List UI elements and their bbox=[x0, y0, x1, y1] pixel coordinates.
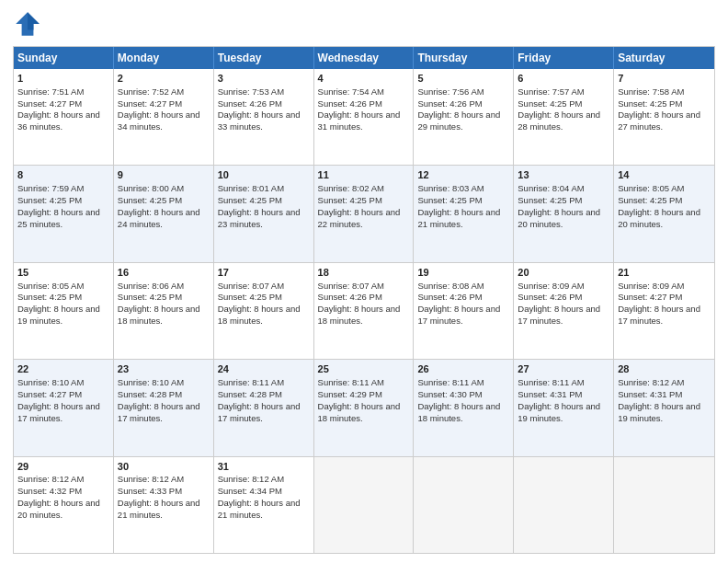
daylight-label: Daylight: 8 hours and 17 minutes. bbox=[17, 401, 100, 423]
calendar-cell: 15 Sunrise: 8:05 AM Sunset: 4:25 PM Dayl… bbox=[14, 263, 114, 359]
calendar-cell: 23 Sunrise: 8:10 AM Sunset: 4:28 PM Dayl… bbox=[114, 360, 214, 455]
sunset-label: Sunset: 4:31 PM bbox=[618, 389, 682, 399]
daylight-label: Daylight: 8 hours and 18 minutes. bbox=[218, 304, 301, 326]
cal-header-day: Monday bbox=[114, 47, 214, 69]
calendar-cell: 31 Sunrise: 8:12 AM Sunset: 4:34 PM Dayl… bbox=[214, 457, 314, 553]
sunset-label: Sunset: 4:25 PM bbox=[318, 195, 382, 205]
cal-header-day: Tuesday bbox=[214, 47, 314, 69]
daylight-label: Daylight: 8 hours and 21 minutes. bbox=[218, 498, 301, 520]
day-number: 13 bbox=[518, 168, 609, 182]
sunset-label: Sunset: 4:25 PM bbox=[218, 195, 282, 205]
calendar-cell: 17 Sunrise: 8:07 AM Sunset: 4:25 PM Dayl… bbox=[214, 263, 314, 359]
calendar-row: 22 Sunrise: 8:10 AM Sunset: 4:27 PM Dayl… bbox=[14, 359, 714, 455]
day-number: 15 bbox=[17, 266, 109, 280]
cal-header-day: Wednesday bbox=[314, 47, 415, 69]
calendar-cell: 22 Sunrise: 8:10 AM Sunset: 4:27 PM Dayl… bbox=[14, 360, 114, 455]
calendar-cell: 20 Sunrise: 8:09 AM Sunset: 4:26 PM Dayl… bbox=[514, 263, 614, 359]
sunrise-label: Sunrise: 7:53 AM bbox=[218, 86, 284, 97]
sunset-label: Sunset: 4:26 PM bbox=[218, 98, 282, 109]
calendar-cell: 21 Sunrise: 8:09 AM Sunset: 4:27 PM Dayl… bbox=[614, 263, 714, 359]
sunrise-label: Sunrise: 8:03 AM bbox=[417, 183, 483, 193]
calendar-row: 15 Sunrise: 8:05 AM Sunset: 4:25 PM Dayl… bbox=[14, 262, 714, 359]
sunset-label: Sunset: 4:25 PM bbox=[118, 292, 182, 302]
daylight-label: Daylight: 8 hours and 18 minutes. bbox=[417, 401, 500, 423]
calendar-cell: 1 Sunrise: 7:51 AM Sunset: 4:27 PM Dayli… bbox=[14, 69, 114, 165]
svg-marker-1 bbox=[28, 12, 40, 29]
sunset-label: Sunset: 4:27 PM bbox=[17, 98, 82, 109]
sunset-label: Sunset: 4:29 PM bbox=[318, 389, 382, 399]
logo bbox=[13, 9, 46, 39]
calendar-header: SundayMondayTuesdayWednesdayThursdayFrid… bbox=[14, 47, 714, 69]
daylight-label: Daylight: 8 hours and 18 minutes. bbox=[318, 304, 401, 326]
day-number: 9 bbox=[118, 168, 210, 182]
sunset-label: Sunset: 4:25 PM bbox=[618, 195, 682, 205]
calendar-cell: 7 Sunrise: 7:58 AM Sunset: 4:25 PM Dayli… bbox=[614, 69, 714, 165]
sunrise-label: Sunrise: 8:12 AM bbox=[618, 377, 684, 387]
day-number: 5 bbox=[417, 72, 509, 86]
sunset-label: Sunset: 4:25 PM bbox=[218, 292, 282, 302]
day-number: 14 bbox=[618, 168, 711, 182]
sunrise-label: Sunrise: 8:05 AM bbox=[17, 281, 84, 291]
day-number: 24 bbox=[218, 362, 310, 376]
daylight-label: Daylight: 8 hours and 18 minutes. bbox=[318, 401, 401, 423]
calendar-cell: 10 Sunrise: 8:01 AM Sunset: 4:25 PM Dayl… bbox=[214, 166, 314, 261]
daylight-label: Daylight: 8 hours and 25 minutes. bbox=[17, 207, 100, 229]
cal-header-day: Saturday bbox=[614, 47, 714, 69]
calendar-row: 29 Sunrise: 8:12 AM Sunset: 4:32 PM Dayl… bbox=[14, 456, 714, 553]
daylight-label: Daylight: 8 hours and 18 minutes. bbox=[118, 304, 200, 326]
calendar-cell: 19 Sunrise: 8:08 AM Sunset: 4:26 PM Dayl… bbox=[414, 263, 514, 359]
daylight-label: Daylight: 8 hours and 34 minutes. bbox=[118, 109, 200, 132]
calendar-cell: 16 Sunrise: 8:06 AM Sunset: 4:25 PM Dayl… bbox=[114, 263, 214, 359]
calendar-cell: 26 Sunrise: 8:11 AM Sunset: 4:30 PM Dayl… bbox=[414, 360, 514, 455]
daylight-label: Daylight: 8 hours and 19 minutes. bbox=[17, 304, 100, 326]
sunrise-label: Sunrise: 8:05 AM bbox=[618, 183, 684, 193]
day-number: 31 bbox=[218, 460, 310, 474]
daylight-label: Daylight: 8 hours and 19 minutes. bbox=[518, 401, 600, 423]
daylight-label: Daylight: 8 hours and 24 minutes. bbox=[118, 207, 200, 229]
calendar-cell bbox=[314, 457, 415, 553]
sunset-label: Sunset: 4:27 PM bbox=[618, 292, 682, 302]
daylight-label: Daylight: 8 hours and 19 minutes. bbox=[618, 401, 700, 423]
sunrise-label: Sunrise: 7:52 AM bbox=[118, 86, 184, 97]
sunrise-label: Sunrise: 8:11 AM bbox=[218, 377, 284, 387]
sunrise-label: Sunrise: 7:54 AM bbox=[318, 86, 384, 97]
day-number: 16 bbox=[118, 266, 210, 280]
calendar-row: 8 Sunrise: 7:59 AM Sunset: 4:25 PM Dayli… bbox=[14, 165, 714, 261]
sunset-label: Sunset: 4:25 PM bbox=[118, 195, 182, 205]
calendar-cell: 4 Sunrise: 7:54 AM Sunset: 4:26 PM Dayli… bbox=[314, 69, 415, 165]
sunset-label: Sunset: 4:25 PM bbox=[518, 195, 582, 205]
sunrise-label: Sunrise: 8:10 AM bbox=[17, 377, 84, 387]
sunset-label: Sunset: 4:31 PM bbox=[518, 389, 582, 399]
sunrise-label: Sunrise: 8:11 AM bbox=[417, 377, 483, 387]
sunrise-label: Sunrise: 8:07 AM bbox=[218, 281, 284, 291]
sunrise-label: Sunrise: 8:11 AM bbox=[518, 377, 584, 387]
sunset-label: Sunset: 4:25 PM bbox=[618, 98, 682, 109]
day-number: 3 bbox=[218, 72, 310, 86]
day-number: 7 bbox=[618, 72, 711, 86]
cal-header-day: Friday bbox=[514, 47, 614, 69]
sunrise-label: Sunrise: 8:04 AM bbox=[518, 183, 584, 193]
calendar-cell: 12 Sunrise: 8:03 AM Sunset: 4:25 PM Dayl… bbox=[414, 166, 514, 261]
day-number: 28 bbox=[618, 362, 711, 376]
daylight-label: Daylight: 8 hours and 29 minutes. bbox=[417, 109, 500, 132]
daylight-label: Daylight: 8 hours and 17 minutes. bbox=[518, 304, 600, 326]
sunset-label: Sunset: 4:25 PM bbox=[518, 98, 582, 109]
sunrise-label: Sunrise: 8:00 AM bbox=[118, 183, 184, 193]
sunrise-label: Sunrise: 7:57 AM bbox=[518, 86, 584, 97]
logo-icon bbox=[13, 9, 42, 39]
day-number: 8 bbox=[17, 168, 109, 182]
daylight-label: Daylight: 8 hours and 17 minutes. bbox=[218, 401, 301, 423]
calendar-cell: 11 Sunrise: 8:02 AM Sunset: 4:25 PM Dayl… bbox=[314, 166, 415, 261]
day-number: 20 bbox=[518, 266, 609, 280]
sunset-label: Sunset: 4:25 PM bbox=[17, 195, 82, 205]
day-number: 26 bbox=[417, 362, 509, 376]
sunrise-label: Sunrise: 7:58 AM bbox=[618, 86, 684, 97]
sunrise-label: Sunrise: 8:10 AM bbox=[118, 377, 184, 387]
daylight-label: Daylight: 8 hours and 17 minutes. bbox=[118, 401, 200, 423]
daylight-label: Daylight: 8 hours and 28 minutes. bbox=[518, 109, 600, 132]
day-number: 11 bbox=[318, 168, 410, 182]
sunset-label: Sunset: 4:26 PM bbox=[318, 98, 382, 109]
sunrise-label: Sunrise: 7:51 AM bbox=[17, 86, 84, 97]
daylight-label: Daylight: 8 hours and 20 minutes. bbox=[518, 207, 600, 229]
sunset-label: Sunset: 4:26 PM bbox=[318, 292, 382, 302]
